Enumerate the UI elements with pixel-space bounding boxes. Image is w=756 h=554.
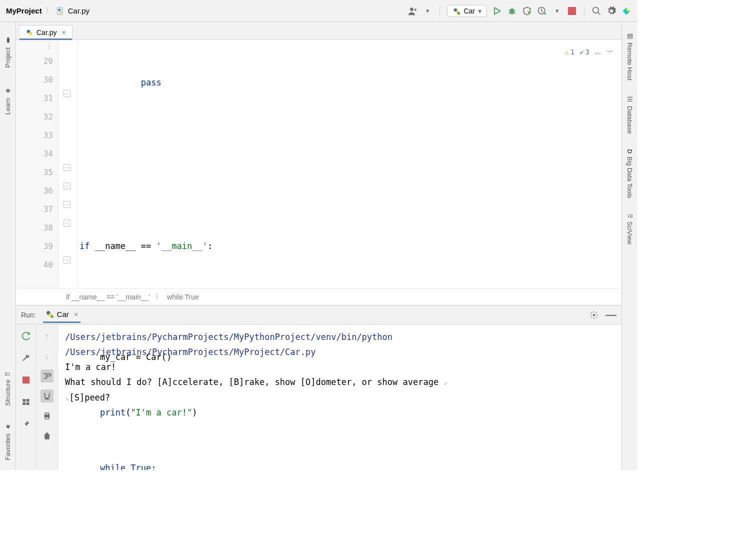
close-icon[interactable]: × [62,28,66,36]
learn-tool-button[interactable]: Learn ◈ [4,88,12,114]
chevron-down-icon[interactable]: ﹀ [606,43,614,62]
database-icon: ☰ [626,96,634,103]
structure-icon: ⠿ [4,372,12,376]
add-user-icon[interactable] [408,6,418,16]
print-icon[interactable] [40,410,54,422]
svg-rect-0 [57,7,62,14]
debug-icon[interactable] [507,6,517,16]
svg-rect-17 [22,376,30,384]
trash-icon[interactable] [40,430,54,442]
fold-toggle-icon[interactable]: − [64,256,70,264]
database-tool-button[interactable]: ☰ Database [626,96,634,134]
pin-icon[interactable] [20,418,32,430]
svg-rect-21 [26,402,29,405]
up-arrow-icon[interactable]: ↑ [40,330,54,342]
breadcrumb-file[interactable]: Car.py [68,6,90,15]
stop-icon[interactable] [567,6,577,16]
run-config-label: Car [464,7,475,15]
fold-toggle-icon[interactable]: − [64,90,70,97]
fold-toggle-icon[interactable]: − [64,164,70,171]
toolbar-divider [584,6,584,16]
python-file-icon [26,28,34,36]
sciview-icon: ⠿ [626,214,634,218]
toolbar-divider [440,6,440,16]
python-file-icon [56,6,65,16]
warning-icon: ⚠ [564,43,568,62]
learn-icon: ◈ [4,88,12,95]
remote-icon: ▤ [626,32,634,40]
run-tool-window: Run: Car × — [16,305,622,470]
jetbrains-logo-icon[interactable] [622,6,632,16]
fold-gutter: − − − − − − [58,40,78,288]
sciview-tool-button[interactable]: ⠿ SciView [626,214,634,244]
dropdown-caret-icon[interactable]: ▾ [552,6,562,16]
code-editor[interactable]: ⋮ 29 30 31 32 33 34 35 36 37 38 39 40 − … [16,40,622,288]
run-toolbar-secondary: ↑ ↓ [36,324,58,470]
run-icon[interactable] [492,6,502,16]
python-icon [45,310,54,318]
dropdown-caret-icon: ▾ [478,7,482,15]
stop-icon[interactable] [20,374,32,386]
down-arrow-icon[interactable]: ↓ [40,350,54,362]
svg-rect-24 [45,417,49,419]
rerun-icon[interactable] [20,330,32,342]
right-tool-rail: ▤ Remote Host ☰ Database D Big Data Tool… [622,22,638,470]
dropdown-caret-icon[interactable]: ▾ [422,6,432,16]
chevron-right-icon: 〉 [45,6,53,16]
inspection-widget[interactable]: ⚠1 ✔3 ︿ ﹀ [564,43,614,62]
line-number-gutter: ⋮ 29 30 31 32 33 34 35 36 37 38 39 40 [16,40,58,288]
svg-point-6 [458,12,460,14]
profile-icon[interactable] [537,6,547,16]
gear-icon[interactable] [606,6,616,16]
breadcrumb: MyProject 〉 Car.py [6,6,90,16]
structure-tool-button[interactable]: Structure ⠿ [4,372,12,406]
wrench-icon[interactable] [20,352,32,364]
search-icon[interactable] [592,6,602,16]
star-icon: ★ [4,423,12,430]
soft-wrap-icon[interactable] [40,370,54,382]
svg-point-1 [58,8,60,11]
editor-tab-bar: Car.py × [16,22,622,40]
svg-rect-18 [22,399,26,402]
chevron-up-icon[interactable]: ︿ [594,43,602,62]
python-icon [452,7,460,15]
svg-point-7 [510,8,514,14]
console-output[interactable]: /Users/jetbrains/PycharmProjects/MyPytho… [58,324,622,470]
project-tool-button[interactable]: Project ▮ [4,37,12,68]
fold-toggle-icon[interactable]: − [64,182,70,190]
svg-point-3 [410,8,414,11]
fold-toggle-icon[interactable]: − [64,201,70,208]
editor-tab-label: Car.py [36,28,56,36]
big-data-tools-button[interactable]: D Big Data Tools [626,149,634,198]
breadcrumb-project[interactable]: MyProject [6,6,42,15]
svg-point-2 [59,11,62,14]
editor-tab-car[interactable]: Car.py × [19,25,72,40]
remote-host-tool-button[interactable]: ▤ Remote Host [626,32,634,80]
svg-rect-20 [22,402,26,405]
run-panel-label: Run: [21,311,36,319]
top-navigation-bar: MyProject 〉 Car.py ▾ Car ▾ ▾ [0,0,638,22]
run-configuration-select[interactable]: Car ▾ [447,5,487,17]
layout-icon[interactable] [20,396,32,408]
svg-rect-19 [26,399,29,402]
run-tab-car[interactable]: Car × [43,306,80,323]
left-tool-rail: Project ▮ Learn ◈ Structure ⠿ Favorites … [0,22,16,470]
svg-rect-9 [568,7,576,15]
run-toolbar-primary [16,324,36,470]
coverage-icon[interactable] [522,6,532,16]
svg-point-15 [50,316,53,318]
soft-wrap-indicator-icon: ↙ [444,378,448,386]
folder-icon: ▮ [4,37,12,44]
checkmark-icon: ✔ [580,43,584,62]
svg-point-12 [29,32,32,36]
code-area[interactable]: pass if __name__ == '__main__': my_car =… [78,40,622,288]
svg-rect-23 [45,413,49,415]
fold-toggle-icon[interactable]: − [64,220,70,226]
scroll-to-end-icon[interactable] [40,390,54,402]
favorites-tool-button[interactable]: Favorites ★ [4,423,12,460]
svg-point-10 [593,7,599,13]
